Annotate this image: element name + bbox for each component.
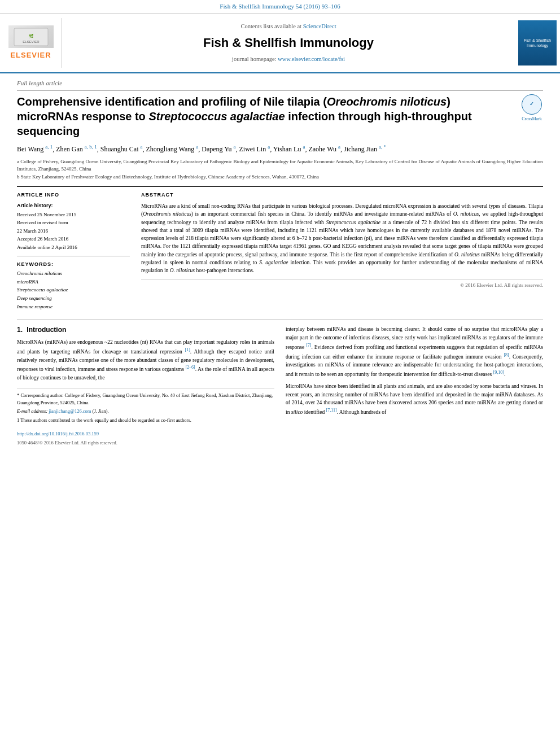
keyword-1: Oreochromis niloticus bbox=[17, 270, 130, 277]
intro-paragraph-1: MicroRNAs (miRNAs) are endogenous ~22 nu… bbox=[17, 338, 274, 382]
cofirst-author-note: 1 These authors contributed to the work … bbox=[17, 417, 274, 424]
journal-ref-text: Fish & Shellfish Immunology 54 (2016) 93… bbox=[220, 3, 340, 10]
received-revised-label: Received in revised form bbox=[17, 219, 130, 226]
journal-center-header: Contents lists available at ScienceDirec… bbox=[62, 18, 515, 68]
intro-heading: 1. Introduction bbox=[17, 325, 274, 335]
article-info-title: ARTICLE INFO bbox=[17, 191, 130, 199]
revised-date: 22 March 2016 bbox=[17, 228, 130, 235]
intro-paragraph-right-2: MicroRNAs have since been identified in … bbox=[286, 382, 543, 417]
crossmark-label: CrossMark bbox=[522, 116, 542, 122]
affiliation-b: b State Key Laboratory of Freshwater Eco… bbox=[17, 173, 543, 181]
main-content: Full length article Comprehensive identi… bbox=[0, 73, 560, 452]
title-italic2: Streptococcus agalactiae bbox=[148, 110, 285, 123]
body-left-column: 1. Introduction MicroRNAs (miRNAs) are e… bbox=[17, 325, 274, 446]
intro-heading-num: 1. bbox=[17, 326, 23, 334]
article-info-column: ARTICLE INFO Article history: Received 2… bbox=[17, 191, 130, 311]
sciencedirect-link[interactable]: ScienceDirect bbox=[303, 23, 336, 29]
title-part1: Comprehensive identification and profili… bbox=[17, 95, 327, 108]
crossmark-icon: ✓ bbox=[522, 94, 542, 115]
available-online-date: Available online 2 April 2016 bbox=[17, 244, 130, 251]
intro-paragraph-right-1: interplay between miRNAs and disease is … bbox=[286, 325, 543, 379]
author-bei-wang: Bei Wang a, 1, Zhen Gan a, b, 1, Shuangh… bbox=[17, 145, 386, 153]
abstract-text: MicroRNAs are a kind of small non-coding… bbox=[141, 202, 543, 274]
footnotes-section: * Corresponding author. College of Fishe… bbox=[17, 388, 274, 424]
journal-cover-image: Fish & Shellfish Immunology bbox=[518, 20, 557, 65]
keyword-4: Deep sequencing bbox=[17, 295, 130, 302]
authors-line: Bei Wang a, 1, Zhen Gan a, b, 1, Shuangh… bbox=[17, 143, 543, 155]
abstract-copyright: © 2016 Elsevier Ltd. All rights reserved… bbox=[141, 279, 543, 289]
body-content-section: 1. Introduction MicroRNAs (miRNAs) are e… bbox=[17, 319, 543, 446]
article-title-section: Comprehensive identification and profili… bbox=[17, 94, 543, 138]
contents-text: Contents lists available at bbox=[240, 23, 301, 29]
journal-header: 🌿 ELSEVIER ELSEVIER Contents lists avail… bbox=[0, 14, 560, 73]
title-italic1: Oreochromis niloticus bbox=[327, 95, 447, 108]
homepage-label: journal homepage: bbox=[232, 56, 276, 62]
article-title: Comprehensive identification and profili… bbox=[17, 94, 515, 138]
journal-thumbnail: Fish & Shellfish Immunology bbox=[515, 18, 560, 68]
intro-heading-text: Introduction bbox=[27, 326, 66, 334]
keywords-label: Keywords: bbox=[17, 261, 130, 268]
info-divider bbox=[17, 256, 130, 256]
svg-text:ELSEVIER: ELSEVIER bbox=[23, 40, 40, 43]
affiliation-a: a College of Fishery, Guangdong Ocean Un… bbox=[17, 158, 543, 173]
abstract-column: ABSTRACT MicroRNAs are a kind of small n… bbox=[141, 191, 543, 311]
elsevier-logo-section: 🌿 ELSEVIER ELSEVIER bbox=[0, 18, 62, 68]
homepage-link[interactable]: www.elsevier.com/locate/fsi bbox=[278, 56, 345, 62]
body-right-column: interplay between miRNAs and disease is … bbox=[286, 325, 543, 446]
affiliations-section: a College of Fishery, Guangdong Ocean Un… bbox=[17, 158, 543, 181]
article-info-abstract-section: ARTICLE INFO Article history: Received 2… bbox=[17, 186, 543, 311]
received-date: Received 25 November 2015 bbox=[17, 211, 130, 219]
doi-link[interactable]: http://dx.doi.org/10.1016/j.fsi.2016.03.… bbox=[17, 431, 99, 436]
article-history-label: Article history: bbox=[17, 202, 130, 209]
email-link[interactable]: jianjichang@126.com bbox=[49, 408, 91, 414]
doi-section: http://dx.doi.org/10.1016/j.fsi.2016.03.… bbox=[17, 429, 274, 447]
keyword-2: microRNA bbox=[17, 278, 130, 286]
keyword-5: Immune response bbox=[17, 303, 130, 311]
email-footnote: E-mail address: jianjichang@126.com (J. … bbox=[17, 408, 274, 415]
elsevier-logo-image: 🌿 ELSEVIER bbox=[8, 25, 54, 48]
corresponding-author-note: * Corresponding author. College of Fishe… bbox=[17, 392, 274, 407]
abstract-heading: ABSTRACT bbox=[141, 191, 543, 199]
accepted-date: Accepted 26 March 2016 bbox=[17, 235, 130, 243]
journal-name-heading: Fish & Shellfish Immunology bbox=[203, 34, 374, 52]
journal-homepage-line: journal homepage: www.elsevier.com/locat… bbox=[232, 55, 345, 64]
crossmark-badge: ✓ CrossMark bbox=[520, 94, 543, 122]
article-type-label: Full length article bbox=[17, 79, 543, 90]
copyright-bottom-text: 1050-4648/© 2016 Elsevier Ltd. All right… bbox=[17, 440, 274, 447]
contents-available-line: Contents lists available at ScienceDirec… bbox=[240, 23, 336, 31]
elsevier-brand-text: ELSEVIER bbox=[10, 50, 51, 60]
keyword-3: Streptococcus agalactiae bbox=[17, 286, 130, 294]
svg-text:🌿: 🌿 bbox=[28, 33, 33, 38]
journal-reference-bar: Fish & Shellfish Immunology 54 (2016) 93… bbox=[0, 0, 560, 14]
